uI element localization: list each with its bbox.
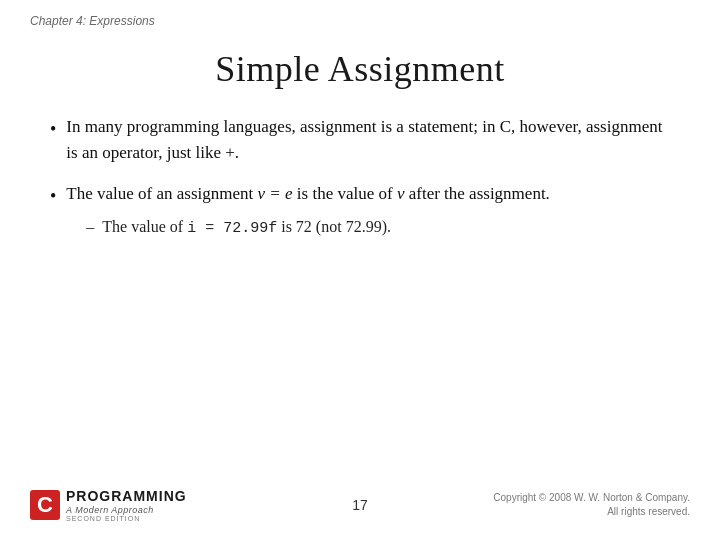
- logo-c-letter: C: [30, 490, 60, 520]
- footer: C PROGRAMMING A Modern Approach SECOND E…: [0, 488, 720, 522]
- list-item: • The value of an assignment v = e is th…: [50, 181, 670, 241]
- chapter-label: Chapter 4: Expressions: [30, 14, 155, 28]
- sub-bullet-text: The value of i = 72.99f is 72 (not 72.99…: [102, 215, 391, 240]
- italic-v: v: [397, 184, 405, 203]
- slide-content: • In many programming languages, assignm…: [0, 114, 720, 240]
- slide: Chapter 4: Expressions Simple Assignment…: [0, 0, 720, 540]
- bullet-icon: •: [50, 183, 56, 211]
- sub-bullet-list: – The value of i = 72.99f is 72 (not 72.…: [66, 215, 670, 240]
- code-example: i = 72.99f: [187, 220, 277, 237]
- sub-dash-icon: –: [86, 215, 94, 240]
- logo-sub-text: A Modern Approach: [66, 505, 187, 515]
- bullet-text-1: In many programming languages, assignmen…: [66, 114, 670, 167]
- bullet-list: • In many programming languages, assignm…: [50, 114, 670, 240]
- page-number: 17: [352, 497, 368, 513]
- logo-main-text: PROGRAMMING: [66, 488, 187, 505]
- italic-ve: v = e: [258, 184, 293, 203]
- list-item: • In many programming languages, assignm…: [50, 114, 670, 167]
- logo-text-block: PROGRAMMING A Modern Approach SECOND EDI…: [66, 488, 187, 522]
- list-item: – The value of i = 72.99f is 72 (not 72.…: [66, 215, 670, 240]
- copyright-text: Copyright © 2008 W. W. Norton & Company.…: [493, 491, 690, 519]
- footer-logo: C PROGRAMMING A Modern Approach SECOND E…: [30, 488, 187, 522]
- bullet-text-2: The value of an assignment v = e is the …: [66, 181, 670, 241]
- logo-edition-text: SECOND EDITION: [66, 515, 187, 522]
- bullet-icon: •: [50, 116, 56, 144]
